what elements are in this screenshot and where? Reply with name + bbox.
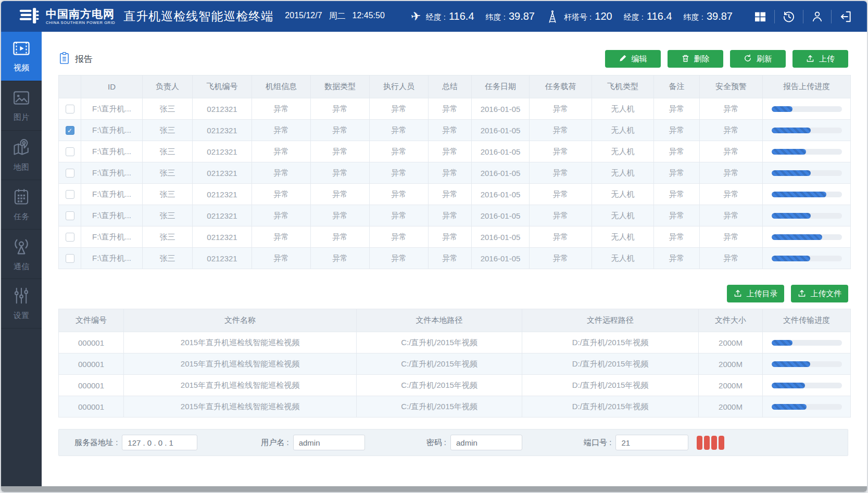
cell-id: F:\直升机... bbox=[81, 226, 143, 248]
row-checkbox[interactable] bbox=[66, 147, 74, 156]
cell-local-path: C:/直升机/2015年视频 bbox=[357, 353, 522, 375]
cell-executor: 异常 bbox=[370, 248, 429, 269]
report-table-row: F:\直升机... 张三 0212321 异常 异常 异常 异常 2016-01… bbox=[59, 248, 851, 269]
cell-file-name: 2015年直升机巡检线智能巡检视频 bbox=[124, 332, 357, 353]
cell-file-name: 2015年直升机巡检线智能巡检视频 bbox=[124, 353, 357, 375]
refresh-button[interactable]: 刷新 bbox=[730, 50, 786, 68]
cell-summary: 异常 bbox=[429, 98, 472, 120]
upload-file-button[interactable]: 上传文件 bbox=[791, 285, 848, 302]
cell-payload: 异常 bbox=[530, 162, 592, 184]
server-address-group: 服务器地址 : bbox=[74, 435, 197, 450]
settings-icon bbox=[12, 287, 30, 306]
sidebar-item-video[interactable]: 视频 bbox=[1, 32, 42, 81]
cell-file-name: 2015年直升机巡检线智能巡检视频 bbox=[124, 375, 357, 396]
user-icon[interactable] bbox=[803, 10, 831, 23]
col-payload: 任务载荷 bbox=[530, 75, 592, 98]
col-transfer-progress: 文件传输进度 bbox=[763, 309, 851, 332]
cell-alert: 异常 bbox=[700, 120, 763, 141]
sidebar-item-settings[interactable]: 设置 bbox=[1, 279, 42, 328]
cell-plane-type: 无人机 bbox=[592, 120, 654, 141]
username-input[interactable] bbox=[293, 435, 365, 450]
cell-payload: 异常 bbox=[530, 226, 592, 248]
upload-progress-bar bbox=[772, 149, 842, 155]
cell-task-date: 2016-01-05 bbox=[472, 226, 530, 248]
cell-plane-type: 无人机 bbox=[592, 226, 654, 248]
cell-plane-no: 0212321 bbox=[193, 162, 252, 184]
cell-task-date: 2016-01-05 bbox=[472, 98, 530, 120]
report-table-row: F:\直升机... 张三 0212321 异常 异常 异常 异常 2016-01… bbox=[59, 141, 851, 162]
row-checkbox[interactable] bbox=[66, 126, 74, 135]
sidebar-item-image[interactable]: 图片 bbox=[1, 81, 42, 131]
transfer-progress-bar bbox=[772, 383, 842, 388]
cell-plane-no: 0212321 bbox=[193, 226, 252, 248]
cell-id: F:\直升机... bbox=[81, 205, 143, 226]
row-checkbox[interactable] bbox=[66, 190, 74, 199]
date-text: 2015/12/7 bbox=[285, 11, 322, 22]
sidebar-item-label: 图片 bbox=[14, 112, 29, 122]
windows-icon[interactable] bbox=[746, 10, 774, 23]
cell-summary: 异常 bbox=[429, 248, 472, 269]
cell-data-type: 异常 bbox=[311, 162, 370, 184]
tower-id: 杆塔号 : 120 bbox=[564, 10, 612, 22]
cell-payload: 异常 bbox=[530, 205, 592, 226]
upload-button[interactable]: 上传 bbox=[792, 50, 848, 68]
edit-button[interactable]: 编辑 bbox=[605, 50, 661, 68]
cell-id: F:\直升机... bbox=[81, 248, 143, 269]
cell-plane-type: 无人机 bbox=[592, 98, 654, 120]
tower-icon bbox=[546, 10, 559, 23]
cell-remark: 异常 bbox=[654, 141, 700, 162]
cell-task-date: 2016-01-05 bbox=[472, 205, 530, 226]
row-checkbox[interactable] bbox=[66, 254, 74, 263]
cell-crew: 异常 bbox=[252, 184, 311, 205]
sidebar-item-map[interactable]: 地图 bbox=[1, 131, 42, 180]
datetime: 2015/12/7 周二 12:45:50 bbox=[285, 11, 384, 22]
cell-crew: 异常 bbox=[252, 98, 311, 120]
file-table-row: 000001 2015年直升机巡检线智能巡检视频 C:/直升机/2015年视频 … bbox=[59, 375, 851, 396]
cell-crew: 异常 bbox=[252, 226, 311, 248]
col-executor: 执行人员 bbox=[370, 75, 429, 98]
cell-remote-path: D:/直升机/2015年视频 bbox=[522, 353, 699, 375]
history-icon[interactable] bbox=[775, 10, 803, 23]
row-checkbox[interactable] bbox=[66, 211, 74, 220]
upload-progress-bar bbox=[772, 128, 842, 133]
brand-name-cn: 中国南方电网 bbox=[46, 8, 115, 20]
delete-button[interactable]: 删除 bbox=[668, 50, 723, 68]
cell-alert: 异常 bbox=[700, 226, 763, 248]
header-actions bbox=[746, 10, 860, 23]
cell-remark: 异常 bbox=[654, 226, 700, 248]
row-checkbox[interactable] bbox=[66, 105, 74, 113]
logout-icon[interactable] bbox=[832, 10, 860, 23]
cell-plane-no: 0212321 bbox=[193, 205, 252, 226]
cell-executor: 异常 bbox=[370, 98, 429, 120]
cell-crew: 异常 bbox=[252, 205, 311, 226]
cell-crew: 异常 bbox=[252, 248, 311, 269]
port-input[interactable] bbox=[615, 435, 688, 450]
col-remote-path: 文件远程路径 bbox=[522, 309, 699, 332]
server-address-input[interactable] bbox=[122, 435, 197, 450]
upload-progress-bar bbox=[772, 192, 842, 197]
cell-remote-path: D:/直升机/2015年视频 bbox=[522, 396, 699, 418]
page-title: 直升机巡检线智能巡检终端 bbox=[123, 8, 273, 24]
report-table-header-row: ID 负责人 飞机编号 机组信息 数据类型 执行人员 总结 任务日期 任务载荷 … bbox=[59, 75, 851, 98]
password-group: 密码 : bbox=[426, 435, 522, 450]
cell-executor: 异常 bbox=[370, 162, 429, 184]
cell-owner: 张三 bbox=[143, 205, 193, 226]
cell-file-no: 000001 bbox=[59, 332, 124, 353]
row-checkbox[interactable] bbox=[66, 169, 74, 178]
cell-alert: 异常 bbox=[700, 98, 763, 120]
cell-summary: 异常 bbox=[429, 141, 472, 162]
cell-task-date: 2016-01-05 bbox=[472, 120, 530, 141]
pencil-icon bbox=[619, 54, 627, 64]
cell-owner: 张三 bbox=[143, 184, 193, 205]
report-table-row: F:\直升机... 张三 0212321 异常 异常 异常 异常 2016-01… bbox=[59, 162, 851, 184]
sidebar-item-comm[interactable]: 通信 bbox=[1, 230, 42, 279]
window-bottom-edge bbox=[1, 486, 867, 492]
col-plane-type: 飞机类型 bbox=[592, 75, 654, 98]
col-upload-progress: 报告上传进度 bbox=[763, 75, 851, 98]
clipboard-icon bbox=[58, 52, 70, 67]
row-checkbox[interactable] bbox=[66, 233, 74, 242]
upload-directory-button[interactable]: 上传目录 bbox=[727, 285, 784, 302]
password-input[interactable] bbox=[450, 435, 522, 450]
transfer-progress-bar bbox=[772, 340, 842, 346]
sidebar-item-task[interactable]: 任务 bbox=[1, 180, 42, 230]
